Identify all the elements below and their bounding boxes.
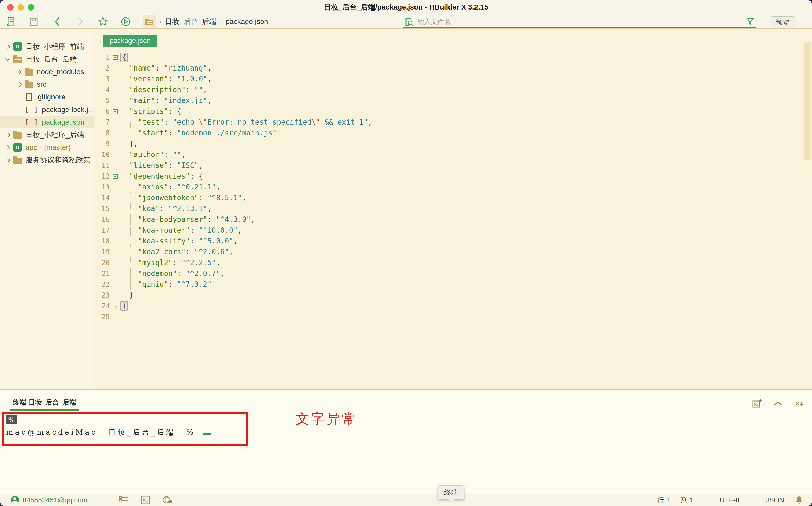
terminal-icon[interactable]: [141, 496, 150, 504]
code-line[interactable]: 23 }: [95, 290, 812, 301]
code-line[interactable]: 19 "koa2-cors": "^2.0.6",: [95, 247, 812, 257]
line-number: 15: [95, 203, 110, 214]
tree-item-file[interactable]: [ ]package.json: [0, 116, 94, 129]
code-line[interactable]: 11 "license": "ISC",: [95, 160, 812, 171]
run-button[interactable]: [120, 16, 131, 27]
account-button[interactable]: 845552451@qq.com: [11, 496, 87, 504]
chevron-right-icon[interactable]: [5, 43, 11, 50]
preview-button[interactable]: 预览: [770, 16, 795, 28]
indent-guide: [130, 182, 131, 192]
filter-funnel-icon[interactable]: [746, 17, 754, 26]
tree-item-label: app - {master}: [25, 143, 71, 152]
chevron-placeholder: [16, 94, 23, 100]
code-line[interactable]: 9 },: [95, 139, 812, 149]
code-line[interactable]: 8 "start": "nodemon ./src/main.js": [95, 128, 812, 139]
favorite-button[interactable]: [97, 16, 109, 27]
chevron-down-icon[interactable]: [5, 56, 11, 63]
code-line[interactable]: 14 "jsonwebtoken": "^8.5.1",: [95, 192, 812, 203]
line-number: 12: [95, 171, 110, 182]
breadcrumb-file[interactable]: package.json: [226, 17, 268, 26]
network-cloud-icon[interactable]: [162, 496, 173, 504]
tree-item-folder[interactable]: src: [0, 78, 94, 91]
fold-scope-marker: [110, 117, 120, 128]
chevron-right-icon[interactable]: [5, 157, 11, 163]
cursor-line-indicator[interactable]: 行:1: [657, 495, 670, 505]
new-terminal-button[interactable]: [752, 399, 762, 409]
indent-guide: [130, 236, 131, 247]
fold-toggle-icon[interactable]: [110, 106, 120, 117]
code-line[interactable]: 10 "author": "",: [95, 149, 812, 160]
forward-button[interactable]: [75, 16, 86, 27]
code-line[interactable]: 2 "name": "rizhuang",: [95, 63, 812, 74]
code-line[interactable]: 3 "version": "1.0.0",: [95, 74, 812, 84]
indent-guide: [130, 214, 131, 225]
code-line[interactable]: 5 "main": "index.js",: [95, 95, 812, 106]
line-number: 18: [95, 236, 110, 247]
chevron-right-icon[interactable]: [5, 144, 11, 151]
tree-item-folder[interactable]: 日妆_小程序_后端: [0, 129, 94, 141]
tree-item-folder[interactable]: 日妆_后台_后端: [0, 53, 94, 65]
code-line[interactable]: 22 "qiniu": "^7.3.2": [95, 279, 812, 290]
line-number: 3: [95, 74, 110, 84]
code-text: "mysql2": "^2.2.5",: [120, 257, 220, 268]
breadcrumb-project[interactable]: 日妆_后台_后端: [165, 17, 216, 26]
code-line[interactable]: 18 "koa-sslify": "^5.0.0",: [95, 236, 812, 247]
code-line[interactable]: 21 "nodemon": "^2.0.7",: [95, 268, 812, 279]
bell-icon[interactable]: [795, 496, 803, 504]
json-icon: [ ]: [25, 105, 38, 114]
code-line[interactable]: 20 "mysql2": "^2.2.5",: [95, 257, 812, 268]
tree-item-folder[interactable]: u日妆_小程序_前端: [0, 40, 94, 53]
editor-pane[interactable]: package.json 1{2 "name": "rizhuang",3 "v…: [95, 29, 812, 389]
code-line[interactable]: 13 "axios": "^0.21.1",: [95, 182, 812, 192]
line-number: 25: [95, 312, 110, 322]
hbuilderx-window: 日妆_后台_后端/package.json - HBuilder X 3.2.1…: [0, 0, 812, 506]
tree-item-folder[interactable]: uapp - {master}: [0, 141, 94, 154]
code-line[interactable]: 25: [95, 312, 812, 322]
code-line[interactable]: 7 "test": "echo \"Error: no test specifi…: [95, 117, 812, 128]
editor-scrollbar-thumb[interactable]: [804, 42, 811, 160]
save-icon: [29, 17, 38, 26]
search-input[interactable]: [417, 18, 746, 26]
fold-scope-marker: [110, 290, 120, 301]
outline-list-icon[interactable]: [119, 496, 129, 504]
chevron-right-icon[interactable]: [16, 81, 23, 88]
code-line[interactable]: 15 "koa": "^2.13.1",: [95, 203, 812, 214]
tree-item-folder[interactable]: 服务协议和隐私政策: [0, 154, 94, 166]
cursor-column-indicator[interactable]: 列:1: [681, 495, 694, 505]
back-button[interactable]: [52, 16, 63, 27]
terminal-panel[interactable]: 终端-日妆_后台_后端: [0, 389, 812, 494]
tree-item-file[interactable]: .gitignore: [0, 91, 94, 103]
tree-item-label: 日妆_小程序_后端: [25, 130, 84, 140]
code-line[interactable]: 4 "description": "",: [95, 84, 812, 95]
chevron-right-icon[interactable]: [5, 132, 11, 138]
code-line[interactable]: 12 "dependencies": {: [95, 171, 812, 182]
fold-toggle-icon[interactable]: [110, 52, 120, 63]
fold-scope-marker: [110, 268, 120, 279]
code-line[interactable]: 24}: [95, 301, 812, 312]
fold-scope-marker: [110, 149, 120, 160]
code-line[interactable]: 6 "scripts": {: [95, 106, 812, 117]
code-text: "koa": "^2.13.1",: [120, 203, 212, 214]
tree-item-folder[interactable]: node_modules: [0, 65, 94, 78]
line-number: 14: [95, 192, 110, 203]
tree-item-file[interactable]: [ ]package-lock.j...: [0, 103, 94, 116]
code-line[interactable]: 17 "koa-router": "^10.0.0",: [95, 225, 812, 236]
encoding-indicator[interactable]: UTF-8: [720, 496, 739, 504]
close-panel-button[interactable]: [794, 399, 804, 409]
terminal-output[interactable]: % mac@macdeiMac 日妆_后台_后端 %: [6, 415, 211, 437]
code-line[interactable]: 16 "koa-bodyparser": "^4.3.0",: [95, 214, 812, 225]
breadcrumb-folder[interactable]: [143, 15, 156, 28]
fold-toggle-icon[interactable]: [110, 171, 120, 182]
terminal-tab[interactable]: 终端-日妆_后台_后端: [10, 398, 79, 411]
filetype-indicator[interactable]: JSON: [766, 496, 784, 504]
search-file-icon: [404, 17, 414, 26]
new-file-button[interactable]: [5, 16, 16, 27]
code-lines[interactable]: 1{2 "name": "rizhuang",3 "version": "1.0…: [95, 52, 812, 389]
code-line[interactable]: 1{: [95, 52, 812, 63]
tree-item-label: node_modules: [37, 68, 84, 76]
collapse-panel-button[interactable]: [773, 399, 783, 409]
fold-scope-marker: [110, 203, 120, 214]
editor-tab-package-json[interactable]: package.json: [103, 35, 157, 47]
save-button[interactable]: [28, 16, 39, 27]
chevron-right-icon[interactable]: [16, 69, 23, 75]
